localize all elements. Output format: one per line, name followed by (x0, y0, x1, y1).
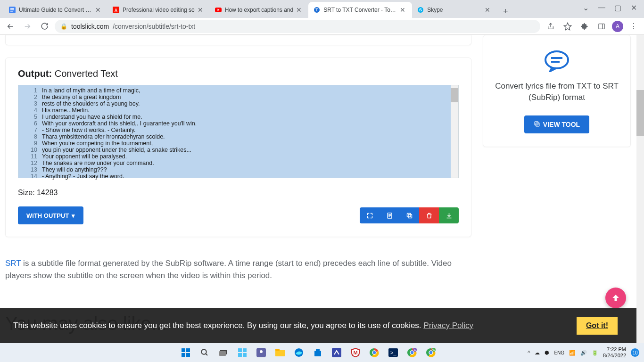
volume-icon[interactable]: 🔊 (580, 350, 587, 356)
tab-docs[interactable]: Ultimate Guide to Convert SR ✕ (4, 2, 107, 18)
size-row: Size: 14283 (18, 189, 459, 197)
mcafee-icon[interactable]: M (349, 346, 362, 359)
maximize-icon[interactable]: ▢ (614, 4, 621, 11)
taskview-icon[interactable] (217, 346, 230, 359)
back-button[interactable] (4, 20, 17, 33)
wifi-icon[interactable]: 📶 (569, 350, 576, 356)
url-path: /conversion/subtitle/srt-to-txt (113, 23, 195, 30)
close-icon[interactable]: ✕ (400, 6, 407, 14)
svg-rect-40 (314, 351, 321, 356)
svg-rect-23 (182, 348, 185, 352)
terminal-icon[interactable]: >_ (387, 346, 400, 359)
view-tool-button[interactable]: VIEW TOOL (524, 115, 589, 133)
chrome1-icon[interactable] (368, 346, 381, 359)
chrome3-icon[interactable]: W (424, 346, 438, 359)
edge-icon[interactable] (292, 346, 305, 359)
window-controls: ⌄ ― ▢ ✕ (575, 0, 644, 15)
tab-adobe[interactable]: Professional video editing so ✕ (107, 2, 210, 18)
privacy-link[interactable]: Privacy Policy (423, 321, 473, 330)
svg-rect-21 (536, 123, 539, 126)
size-label: Size: (18, 189, 37, 197)
taskbar-apps: M >_ A W (179, 346, 438, 359)
svg-rect-41 (316, 349, 320, 351)
close-icon[interactable]: ✕ (485, 6, 492, 14)
bookmark-icon[interactable] (561, 20, 574, 33)
tab-toolslick[interactable]: T SRT to TXT Converter - Tool S ✕ (308, 2, 412, 18)
page-scroll-thumb[interactable] (636, 90, 644, 136)
svg-rect-42 (332, 348, 341, 357)
search-icon[interactable] (198, 346, 211, 359)
editor-scroll-thumb[interactable] (451, 88, 458, 102)
explorer-icon[interactable] (273, 346, 287, 359)
menu-icon[interactable]: ⋮ (627, 20, 640, 33)
close-icon[interactable]: ✕ (296, 6, 304, 14)
omnibox[interactable]: 🔒 toolslick.com/conversion/subtitle/srt-… (55, 20, 540, 33)
copy-button[interactable] (399, 207, 419, 223)
cookie-accept-button[interactable]: Got it! (577, 317, 618, 335)
editor-code[interactable]: In a land of myth and a time of magic, t… (42, 85, 458, 178)
size-value: 14283 (37, 189, 58, 197)
minimize-icon[interactable]: ― (598, 4, 605, 11)
view-button[interactable] (380, 207, 399, 223)
forward-button[interactable] (21, 20, 34, 33)
system-tray: ^ ☁ ⬢ ENG 📶 🔊 🔋 7:22 PM 8/24/2022 10 (528, 346, 644, 359)
tab-title: How to export captions and (225, 7, 293, 13)
close-icon[interactable]: ✕ (198, 6, 205, 14)
download-button[interactable] (439, 207, 459, 223)
with-output-button[interactable]: WITH OUTPUT ▾ (18, 206, 83, 224)
svg-rect-16 (408, 214, 412, 218)
sidebar: Convert lyrics file from TXT to SRT (Sub… (483, 35, 631, 147)
widgets-icon[interactable] (236, 346, 249, 359)
tab-title: Professional video editing so (123, 7, 195, 13)
extensions-icon[interactable] (578, 20, 591, 33)
srt-link[interactable]: SRT (5, 259, 21, 268)
tab-title: SRT to TXT Converter - Tool S (323, 7, 397, 13)
svg-rect-24 (186, 348, 190, 352)
clock-date: 8/24/2022 (603, 353, 626, 359)
output-heading-rest: Converted Text (52, 68, 118, 79)
onedrive-icon[interactable]: ☁ (535, 350, 540, 356)
chevron-down-icon[interactable]: ⌄ (582, 4, 589, 11)
tab-youtube[interactable]: How to export captions and ✕ (210, 2, 308, 18)
editor-scrollbar[interactable] (451, 85, 458, 178)
taskbar: M >_ A W ^ ☁ ⬢ ENG 📶 🔊 🔋 7:22 PM 8/24/20… (0, 343, 644, 362)
tab-title: Skype (427, 7, 482, 13)
clock[interactable]: 7:22 PM 8/24/2022 (603, 346, 626, 359)
sidepanel-icon[interactable] (595, 20, 608, 33)
notification-badge[interactable]: 10 (631, 348, 639, 357)
svg-rect-32 (243, 348, 247, 352)
teams-icon[interactable] (255, 346, 268, 359)
view-tool-label: VIEW TOOL (543, 121, 580, 128)
scroll-top-button[interactable] (605, 288, 626, 308)
caret-down-icon: ▾ (72, 212, 75, 219)
svg-point-27 (201, 349, 206, 354)
svg-rect-25 (182, 353, 185, 357)
reload-button[interactable] (38, 20, 51, 33)
lock-icon: 🔒 (60, 23, 67, 30)
svg-rect-17 (407, 213, 411, 217)
page-scrollbar[interactable] (636, 35, 644, 343)
security-icon[interactable]: ⬢ (545, 350, 549, 356)
output-editor[interactable]: 1234567891011121314 In a land of myth an… (18, 85, 459, 178)
store-icon[interactable] (311, 346, 324, 359)
language-icon[interactable]: ENG (554, 350, 564, 355)
youtube-favicon-icon (215, 6, 222, 14)
svg-text:T: T (315, 8, 318, 12)
close-icon[interactable]: ✕ (95, 6, 103, 14)
url-host: toolslick.com (71, 23, 109, 30)
close-window-icon[interactable]: ✕ (630, 4, 637, 11)
svg-rect-1 (10, 8, 14, 9)
expand-button[interactable] (360, 207, 380, 223)
tray-chevron-icon[interactable]: ^ (528, 350, 530, 355)
start-icon[interactable] (179, 346, 192, 359)
delete-button[interactable] (419, 207, 439, 223)
profile-avatar[interactable]: A (612, 21, 623, 32)
app1-icon[interactable] (330, 346, 343, 359)
editor-gutter: 1234567891011121314 (18, 85, 42, 178)
new-tab-button[interactable]: + (499, 5, 512, 18)
battery-icon[interactable]: 🔋 (592, 350, 598, 356)
chrome2-icon[interactable]: A (405, 346, 419, 359)
tab-skype[interactable]: S Skype ✕ (412, 2, 497, 18)
output-heading-bold: Output: (18, 68, 52, 79)
share-icon[interactable] (544, 20, 557, 33)
